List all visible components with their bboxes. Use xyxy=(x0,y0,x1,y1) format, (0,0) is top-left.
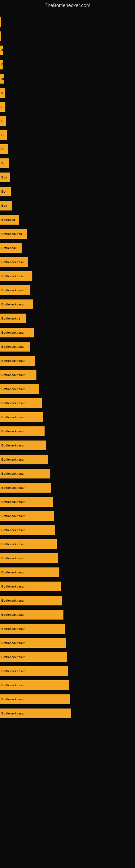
bar: Bottleneck result xyxy=(0,680,69,690)
bar-label: Bottleneck resu xyxy=(1,289,24,292)
bar: B xyxy=(0,130,7,140)
bar-row: Bottleneck result xyxy=(0,650,135,664)
bar: Bottleneck result xyxy=(0,469,50,478)
bar-row xyxy=(0,15,135,29)
bar: m xyxy=(0,74,4,84)
bar-row: Bottleneck result xyxy=(0,467,135,480)
bar xyxy=(0,31,1,41)
bar: F xyxy=(0,60,3,69)
bar-row: Bottleneck result xyxy=(0,551,135,565)
bar-label: Bott xyxy=(1,176,7,179)
bar: F xyxy=(0,45,3,55)
bar-label: Bottleneck result xyxy=(1,430,26,433)
bar-row: Bottleneck res xyxy=(0,227,135,241)
bar-row: Bott xyxy=(0,198,135,213)
bar-row: Bottleneck re xyxy=(0,311,135,326)
bar-label: Bottleneck result xyxy=(1,627,26,630)
bar-label: Bottleneck result xyxy=(1,458,26,461)
bar-row: Bottleneck result xyxy=(0,537,135,551)
bar-label: Bottleneck result xyxy=(1,599,26,602)
bar-row: m xyxy=(0,72,135,86)
bar-label: Bottleneck result xyxy=(1,613,26,616)
bar-label: B xyxy=(1,91,3,94)
bar-row: Bottleneck result xyxy=(0,593,135,608)
bar: Bottleneck resu xyxy=(0,342,30,351)
bar-label: Bottleneck result xyxy=(1,698,26,701)
bar-label: F xyxy=(1,63,3,66)
bar-row: Bottleneck result xyxy=(0,608,135,622)
bar-row: Bottleneck result xyxy=(0,523,135,537)
bar: Bottleneck result xyxy=(0,440,46,450)
bar-row: Bottleneck resu xyxy=(0,283,135,297)
bar-row: Bott xyxy=(0,170,135,184)
bar-label: Bottleneck result xyxy=(1,542,26,546)
bar: Bo xyxy=(0,158,9,168)
bar-row: E xyxy=(0,114,135,128)
bar: Bottleneck result xyxy=(0,426,45,436)
bar: Bottleneck result xyxy=(0,596,62,606)
bar-label: F xyxy=(1,49,3,52)
bar-label: Bottleneck result xyxy=(1,373,26,376)
bar-row: B xyxy=(0,86,135,100)
bar: Bot xyxy=(0,187,11,196)
bars-container: FFmBFEBBoBoBottBotBottBottlenecBottlenec… xyxy=(0,12,135,723)
bar-row: Bottleneck result xyxy=(0,382,135,396)
bar: Bottleneck result xyxy=(0,567,59,577)
bar-row: Bottleneck resu xyxy=(0,255,135,269)
bar-label: Bottleneck re xyxy=(1,317,20,320)
bar-label: Bott xyxy=(1,204,7,207)
bar-row: Bottleneck result xyxy=(0,480,135,495)
bar-label: Bottleneck result xyxy=(1,388,26,391)
bar-row: Bottleneck result xyxy=(0,453,135,467)
bar: Bottleneck xyxy=(0,243,21,253)
bar-label: Bottleneck result xyxy=(1,571,26,574)
bar: Bottleneck result xyxy=(0,582,61,591)
bar-label: Bottleneck result xyxy=(1,275,26,278)
bar: Bottleneck result xyxy=(0,483,51,493)
bar: Bottleneck result xyxy=(0,638,66,648)
bar: F xyxy=(0,102,5,112)
bar-label: Bottleneck result xyxy=(1,655,26,659)
bar-row: Bottleneck result xyxy=(0,636,135,650)
bar-row: Bottleneck result xyxy=(0,579,135,593)
bar: E xyxy=(0,116,6,126)
bar-row: Bottleneck result xyxy=(0,622,135,636)
bar-label: Bottleneck result xyxy=(1,641,26,645)
bar: Bottleneck result xyxy=(0,497,53,507)
bar-label: E xyxy=(1,119,3,123)
bar: Bottleneck result xyxy=(0,271,32,281)
bar-label: Bottleneck result xyxy=(1,514,26,518)
bar-row: Bottleneck result xyxy=(0,396,135,410)
site-title: TheBottlenecker.com xyxy=(0,0,135,12)
bar-label: Bottleneck res xyxy=(1,232,22,236)
bar: Bottleneck result xyxy=(0,511,54,521)
bar-label: Bo xyxy=(1,162,5,165)
bar-label: Bottleneck result xyxy=(1,303,26,306)
bar-row: F xyxy=(0,43,135,58)
bar-label: Bottleneck result xyxy=(1,557,26,560)
bar-label: Bottleneck result xyxy=(1,670,26,673)
bar: Bottleneck re xyxy=(0,314,26,323)
bar: Bottlenec xyxy=(0,215,19,225)
bar-label: Bo xyxy=(1,148,5,151)
bar-row: Bottleneck result xyxy=(0,326,135,340)
bar xyxy=(0,18,1,27)
bar-row: Bottleneck result xyxy=(0,438,135,453)
bar: Bottleneck result xyxy=(0,553,58,563)
bar-row: Bottlenec xyxy=(0,213,135,227)
bar-row: Bottleneck xyxy=(0,241,135,255)
bar: Bottleneck result xyxy=(0,652,67,662)
bar: Bottleneck result xyxy=(0,412,43,422)
bar-label: Bottleneck result xyxy=(1,472,26,475)
bar-label: Bottleneck result xyxy=(1,684,26,687)
bar: Bottleneck result xyxy=(0,694,70,704)
bar-label: F xyxy=(1,105,3,108)
bar-label: Bottleneck result xyxy=(1,444,26,447)
bar-label: Bottleneck result xyxy=(1,331,26,334)
bar: Bottleneck result xyxy=(0,539,57,549)
bar-row: Bottleneck result xyxy=(0,509,135,523)
bar-row: Bottleneck result xyxy=(0,495,135,509)
bar: Bottleneck result xyxy=(0,300,33,309)
bar-label: Bottleneck result xyxy=(1,486,26,489)
bar-row: Bo xyxy=(0,142,135,156)
